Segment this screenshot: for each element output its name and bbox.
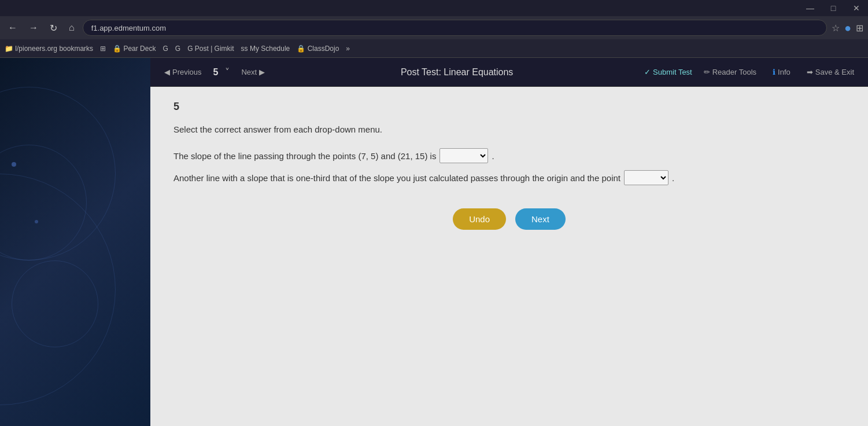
left-decorative-panel — [0, 58, 150, 426]
bookmark-star-icon: ☆ — [832, 23, 840, 34]
line1-text-part2: . — [492, 151, 494, 161]
pencil-icon: ✏ — [704, 68, 710, 76]
bookmark-g2[interactable]: G — [175, 45, 180, 53]
deco-circle-4 — [12, 260, 98, 347]
previous-button[interactable]: ◀ Previous — [160, 65, 206, 79]
exit-icon: ➡ — [807, 68, 813, 76]
page-number-display: 5 — [213, 67, 219, 78]
question-number: 5 — [173, 101, 845, 113]
submit-icon: ✓ — [644, 68, 651, 76]
previous-icon: ◀ — [164, 68, 170, 76]
next-nav-label: Next — [241, 68, 257, 76]
bookmark-g1[interactable]: G — [162, 45, 168, 53]
bookmark-schedule[interactable]: ss My Schedule — [241, 45, 290, 53]
page-title: Post Test: Linear Equations — [276, 67, 637, 78]
bookmark-more[interactable]: » — [346, 45, 350, 53]
reader-tools-button[interactable]: ✏ Reader Tools — [699, 65, 761, 79]
app-toolbar: ◀ Previous 5 ˅ Next ▶ Post Test: Linear … — [150, 58, 868, 87]
question-line-1: The slope of the line passing through th… — [173, 148, 845, 163]
info-button[interactable]: ℹ Info — [768, 65, 795, 79]
bookmark-classdojo[interactable]: 🔒 ClassDojo — [297, 45, 339, 53]
submit-test-label: Submit Test — [653, 68, 692, 76]
back-button[interactable]: ← — [5, 20, 21, 35]
save-exit-label: Save & Exit — [815, 68, 854, 76]
maximize-button[interactable]: □ — [822, 0, 845, 16]
home-button[interactable]: ⌂ — [65, 20, 78, 35]
previous-label: Previous — [172, 68, 202, 76]
line1-text-part1: The slope of the line passing through th… — [173, 151, 436, 161]
next-nav-icon: ▶ — [259, 68, 265, 76]
minimize-button[interactable]: — — [799, 0, 822, 16]
question-line-2: Another line with a slope that is one-th… — [173, 170, 845, 185]
action-buttons-row: Undo Next — [173, 208, 845, 230]
address-bar[interactable] — [83, 20, 827, 36]
reload-button[interactable]: ↻ — [46, 20, 61, 36]
submit-test-button[interactable]: ✓ Submit Test — [644, 68, 692, 76]
main-content-area: 5 Select the correct answer from each dr… — [150, 87, 868, 426]
reader-tools-label: Reader Tools — [712, 68, 756, 76]
line2-text-part1: Another line with a slope that is one-th… — [173, 173, 620, 183]
save-exit-button[interactable]: ➡ Save & Exit — [802, 65, 859, 79]
extensions-icon: ⊞ — [856, 23, 863, 34]
toolbar-right: ✓ Submit Test ✏ Reader Tools ℹ Info ➡ Sa… — [644, 65, 859, 79]
line2-text-part2: . — [672, 173, 674, 183]
window-controls: — □ ✕ — [799, 0, 868, 16]
info-icon: ℹ — [773, 68, 775, 76]
slope-dropdown[interactable]: 2/3 5/7 10/14 1 — [439, 148, 488, 163]
deco-dot-1 — [12, 162, 16, 167]
profile-icon: ● — [844, 21, 851, 35]
info-label: Info — [778, 68, 791, 76]
question-instruction: Select the correct answer from each drop… — [173, 124, 845, 134]
deco-dot-2 — [35, 220, 38, 223]
bookmark-pioneers[interactable]: 📁 l/pioneers.org bookmarks — [5, 45, 93, 53]
close-button[interactable]: ✕ — [845, 0, 868, 16]
bookmark-grid[interactable]: ⊞ — [100, 45, 106, 53]
next-button[interactable]: Next — [515, 208, 566, 230]
bookmark-peardeck[interactable]: 🔒 Pear Deck — [113, 45, 156, 53]
undo-button[interactable]: Undo — [453, 208, 506, 230]
next-nav-button[interactable]: Next ▶ — [237, 65, 269, 79]
dropdown-icon[interactable]: ˅ — [225, 67, 230, 78]
bookmark-gimkit[interactable]: G Post | Gimkit — [187, 45, 234, 53]
forward-button[interactable]: → — [25, 20, 42, 35]
point-dropdown[interactable]: (3,1) (3,3) (6,2) (9,3) — [624, 170, 668, 185]
